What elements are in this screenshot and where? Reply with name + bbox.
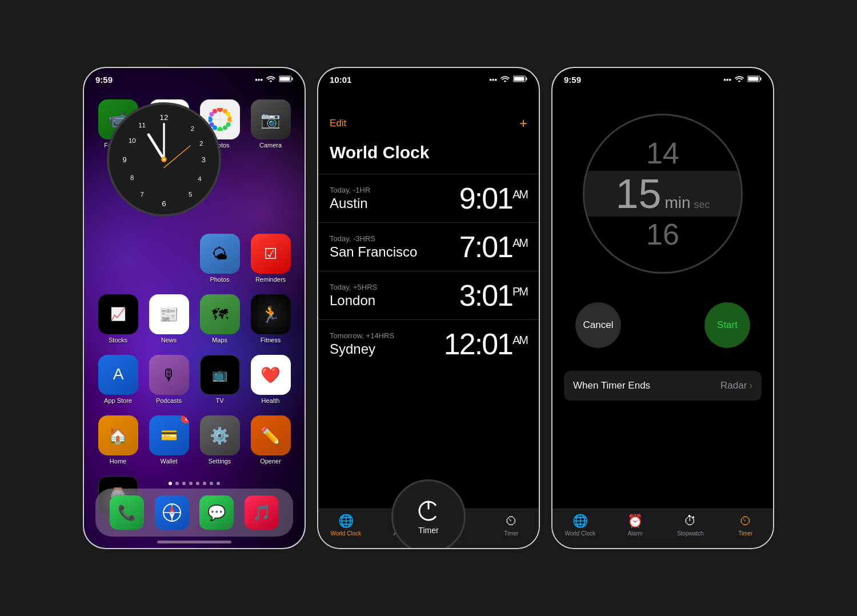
clock-row-london: Today, +5HRS London 3:01PM	[318, 271, 539, 319]
svg-text:6: 6	[162, 199, 166, 208]
worldclock-tab-icon: 🌐	[338, 514, 354, 529]
wallet-badge: 1	[181, 415, 189, 423]
wifi-icon-s3	[735, 75, 744, 84]
timer-tab-icon: ⏲	[505, 514, 518, 529]
page-dot-6	[203, 482, 206, 485]
svg-line-17	[164, 146, 190, 167]
tab-worldclock-s2[interactable]: 🌐 World Clock	[318, 514, 374, 537]
edit-button[interactable]: Edit	[330, 118, 346, 129]
dock-messages[interactable]: 💬	[199, 495, 234, 530]
tab-timer-s3[interactable]: ⏲ Timer	[718, 514, 774, 537]
app-fitness-label: Fitness	[261, 337, 281, 343]
app-wallet[interactable]: 💳 1 Wallet	[146, 415, 191, 465]
clock-row-sydney: Tomorrow, +14HRS Sydney 12:01AM	[318, 319, 539, 368]
svg-text:5: 5	[189, 191, 192, 198]
london-city: London	[330, 293, 377, 309]
sydney-offset: Tomorrow, +14HRS	[330, 331, 394, 340]
timer-circle-overlay[interactable]: Timer	[391, 479, 466, 549]
app-weather[interactable]: 🌤 Photos	[197, 234, 242, 283]
page-dot-5	[196, 482, 199, 485]
app-health[interactable]: ❤️ Health	[248, 355, 293, 404]
london-offset: Today, +5HRS	[330, 283, 377, 291]
when-timer-ends-row[interactable]: When Timer Ends Radar ›	[564, 371, 762, 401]
tab-stopwatch-s3[interactable]: ⏱ Stopwatch	[663, 514, 718, 537]
cancel-button[interactable]: Cancel	[575, 302, 621, 348]
app-maps[interactable]: 🗺 Maps	[197, 294, 242, 343]
svg-text:12: 12	[160, 113, 169, 122]
status-icons-s1: ▪▪▪	[255, 75, 293, 84]
timer-tab-label-s3: Timer	[738, 530, 752, 537]
tab-worldclock-s3[interactable]: 🌐 World Clock	[552, 514, 608, 537]
tab-alarm-s3[interactable]: ⏰ Alarm	[608, 514, 663, 537]
app-opener-label: Opener	[260, 458, 281, 465]
svg-point-19	[163, 158, 165, 161]
battery-icon-s3	[747, 75, 762, 84]
page-dot-4	[189, 482, 193, 485]
sydney-city: Sydney	[330, 341, 394, 357]
dock-phone[interactable]: 📞	[110, 495, 144, 530]
app-maps-label: Maps	[212, 337, 227, 343]
home-indicator-s1	[157, 541, 231, 543]
app-settings-label: Settings	[209, 458, 231, 465]
signal-icon: ▪▪▪	[255, 75, 263, 84]
timer-picker[interactable]: 14 15 min sec 16	[552, 114, 773, 274]
status-bar-screen1: 9:59 ▪▪▪	[84, 68, 305, 87]
app-news[interactable]: 📰 News	[146, 294, 191, 343]
app-appstore[interactable]: A App Store	[95, 355, 141, 404]
sf-city: San Francisco	[330, 244, 417, 260]
app-opener[interactable]: ✏️ Opener	[248, 415, 293, 465]
status-bar-screen2: 10:01 ▪▪▪	[318, 68, 539, 87]
clock-list: Today, -1HR Austin 9:01AM Today, -3HRS S…	[318, 174, 539, 368]
worldclock-header: Edit +	[318, 87, 539, 143]
app-stocks[interactable]: 📈 Stocks	[95, 294, 141, 343]
dock-safari[interactable]	[155, 495, 189, 530]
dock-music[interactable]: 🎵	[245, 495, 279, 530]
svg-text:8: 8	[130, 174, 134, 181]
clock-row-austin: Today, -1HR Austin 9:01AM	[318, 174, 539, 222]
battery-icon	[279, 75, 293, 84]
london-time: 3:01PM	[459, 278, 527, 313]
tab-timer-s2[interactable]: ⏲ Timer	[484, 514, 539, 537]
app-news-label: News	[161, 337, 177, 343]
battery-icon-s2	[513, 75, 527, 84]
clock-widget[interactable]: 12 3 6 9 2 2 11 10 8 7 5 4	[107, 102, 221, 217]
timer-tab-label: Timer	[504, 530, 518, 537]
svg-text:4: 4	[198, 175, 202, 182]
app-home[interactable]: 🏠 Home	[95, 415, 141, 465]
status-icons-s3: ▪▪▪	[723, 75, 762, 84]
add-button[interactable]: +	[519, 115, 527, 131]
signal-icon-s3: ▪▪▪	[723, 75, 731, 84]
wifi-icon-s2	[500, 75, 510, 84]
svg-text:2: 2	[199, 140, 203, 147]
app-reminders[interactable]: ☑ Reminders	[248, 234, 293, 283]
svg-rect-45	[760, 78, 762, 81]
app-podcasts[interactable]: 🎙 Podcasts	[146, 355, 191, 404]
alarm-tab-label-s3: Alarm	[628, 530, 643, 537]
svg-text:2: 2	[191, 125, 194, 132]
app-tv[interactable]: 📺 TV	[197, 355, 242, 404]
timer-current-num: 15 min sec	[615, 170, 710, 217]
svg-text:9: 9	[122, 155, 126, 164]
svg-text:11: 11	[138, 122, 146, 129]
austin-offset: Today, -1HR	[330, 186, 370, 194]
app-stocks-label: Stocks	[109, 337, 127, 343]
page-dot-1	[169, 482, 172, 485]
screen2-worldclock: 10:01 ▪▪▪ Edit +	[317, 67, 540, 549]
app-settings[interactable]: ⚙️ Settings	[197, 415, 242, 465]
app-fitness[interactable]: 🏃 Fitness	[248, 294, 293, 343]
timer-circle-label: Timer	[418, 526, 438, 535]
timer-wheel[interactable]: 14 15 min sec 16	[583, 114, 743, 274]
app-camera[interactable]: 📷 Camera	[248, 99, 293, 149]
page-dot-2	[175, 482, 179, 485]
app-reminders-label: Reminders	[255, 276, 286, 283]
app-grid: 🌤 Photos ☑ Reminders 📈 Stocks 📰 News 🗺 M…	[84, 228, 305, 531]
timer-ends-label: When Timer Ends	[573, 380, 650, 391]
app-weather-label: Photos	[210, 276, 229, 283]
worldclock-tab-label: World Clock	[330, 530, 361, 537]
app-podcasts-label: Podcasts	[156, 397, 182, 404]
worldclock-tab-label-s3: World Clock	[564, 530, 595, 537]
timer-prev-num: 14	[646, 136, 679, 170]
screen1-homescreen: 9:59 ▪▪▪ 12 3 6	[83, 67, 306, 549]
start-button[interactable]: Start	[704, 302, 750, 348]
status-icons-s2: ▪▪▪	[489, 75, 527, 84]
